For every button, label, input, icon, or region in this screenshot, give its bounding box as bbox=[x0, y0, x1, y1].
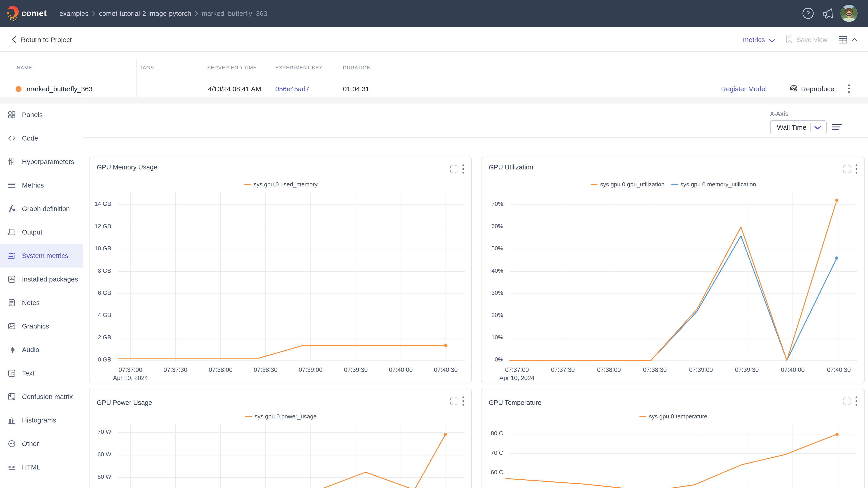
svg-text:Py: Py bbox=[9, 277, 14, 282]
svg-text:?: ? bbox=[806, 10, 810, 17]
svg-text:HTML: HTML bbox=[8, 465, 16, 468]
svg-text:Tt: Tt bbox=[10, 371, 13, 376]
